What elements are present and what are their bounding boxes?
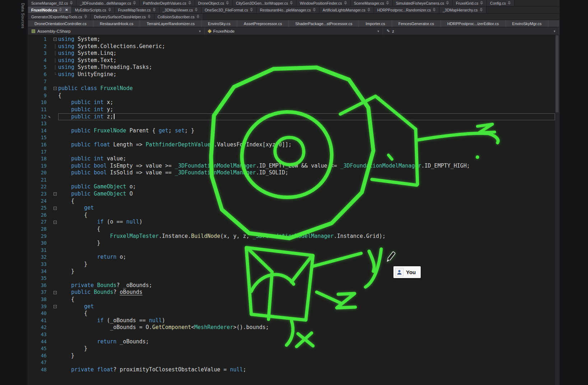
code-line[interactable]: 40 {: [28, 310, 555, 317]
editor-tab[interactable]: OneSec3D_FileFormat.cs: [201, 6, 257, 13]
editor-tab[interactable]: FencesGenerator.cs: [392, 20, 441, 27]
editor-tab[interactable]: SceneManager_02.cs: [28, 0, 76, 6]
vertical-scrollbar[interactable]: [555, 35, 559, 385]
pin-icon[interactable]: [446, 1, 449, 5]
editor-tab[interactable]: AssetPreprocessor.cs: [237, 20, 289, 27]
pin-icon[interactable]: [250, 8, 253, 12]
code-line[interactable]: 19 public bool IsEmpty => value >= _3DFo…: [28, 163, 555, 170]
editor-tab[interactable]: HDRPPostproc...izerEditor.cs: [441, 20, 506, 27]
editor-tab[interactable]: DroneObject.cs: [195, 0, 233, 6]
code-editor[interactable]: 1-using System;2│using System.Collection…: [28, 35, 559, 385]
editor-tab[interactable]: EnviroSky.cs: [201, 20, 237, 27]
code-line[interactable]: 35: [28, 275, 555, 282]
editor-tab[interactable]: PathfinderDepthValues.cs: [140, 0, 195, 6]
editor-tab[interactable]: SceneManager.cs: [351, 0, 393, 6]
pin-icon[interactable]: [133, 1, 136, 5]
data-sources-tab[interactable]: Data Sources: [21, 3, 25, 28]
code-line[interactable]: 12✎ public int z;: [28, 113, 555, 121]
editor-tab[interactable]: TerrainLayerRandomizer.cs: [140, 20, 201, 27]
code-line[interactable]: 47: [28, 359, 555, 366]
pin-icon[interactable]: [386, 1, 389, 5]
pin-icon[interactable]: [344, 1, 347, 5]
member-dropdown[interactable]: ✎ z ▾: [383, 27, 559, 35]
editor-tab[interactable]: MyEditorScripts.cs: [72, 6, 115, 13]
pin-icon[interactable]: [480, 1, 483, 5]
code-line[interactable]: 14 public FruxelNode Parent { get; set; …: [28, 127, 555, 135]
code-line[interactable]: 4│using System.Text;: [28, 57, 555, 64]
pin-icon[interactable]: [59, 8, 62, 12]
code-line[interactable]: 2│using System.Collections.Generic;: [28, 43, 555, 50]
code-line[interactable]: 16 public float Length => PathfinderDept…: [28, 141, 555, 149]
code-line[interactable]: 41 if (_oBounds == null): [28, 317, 555, 324]
code-line[interactable]: 10 public int x;: [28, 99, 555, 106]
code-line[interactable]: 5│using System.Threading.Tasks;: [28, 64, 555, 71]
code-line[interactable]: 22 public GameObject o;: [28, 183, 555, 191]
code-line[interactable]: 11 public int y;: [28, 106, 555, 113]
code-line[interactable]: 46 }: [28, 352, 555, 360]
pin-icon[interactable]: [226, 1, 229, 5]
fold-collapse-icon[interactable]: -: [52, 219, 58, 226]
code-line[interactable]: 45 }: [28, 345, 555, 352]
editor-tab[interactable]: _3DMapHierarchy.cs: [439, 6, 486, 13]
fold-collapse-icon[interactable]: -: [52, 36, 58, 43]
fold-collapse-icon[interactable]: -: [52, 205, 58, 212]
pin-icon[interactable]: [196, 15, 200, 19]
pin-icon[interactable]: [84, 15, 87, 19]
pin-icon[interactable]: [70, 1, 73, 5]
pin-icon[interactable]: [367, 8, 370, 12]
code-line[interactable]: 32 return o;: [28, 254, 555, 261]
code-line[interactable]: 30 }: [28, 240, 555, 247]
code-line[interactable]: 23- public GameObject O: [28, 191, 555, 198]
pin-icon[interactable]: [148, 15, 151, 19]
editor-tab[interactable]: DroneOrientationController.cs: [28, 20, 93, 27]
code-line[interactable]: 44 return _oBounds;: [28, 338, 555, 346]
code-line[interactable]: 9{: [28, 92, 555, 99]
code-line[interactable]: 27- if (o == null): [28, 219, 555, 226]
pin-icon[interactable]: [195, 8, 198, 12]
pin-icon[interactable]: [108, 8, 111, 12]
code-line[interactable]: 1-using System;: [28, 36, 555, 43]
pin-icon[interactable]: [313, 8, 316, 12]
pin-icon[interactable]: [508, 1, 511, 5]
code-line[interactable]: 34 }: [28, 268, 555, 275]
code-line[interactable]: 17: [28, 149, 555, 156]
code-line[interactable]: 31: [28, 247, 555, 254]
code-line[interactable]: 18 public int value;: [28, 155, 555, 163]
code-line[interactable]: 33 }: [28, 261, 555, 268]
editor-tab[interactable]: SimulatedFisheyeCamera.cs: [393, 0, 453, 6]
code-line[interactable]: 21: [28, 177, 555, 184]
code-line[interactable]: 29 FruxelMapTester.Instance.BuildNode(x,…: [28, 233, 555, 240]
fold-collapse-icon[interactable]: -: [52, 303, 58, 310]
code-line[interactable]: 48 private float? proximityToClosestObst…: [28, 366, 555, 374]
pin-icon[interactable]: [480, 8, 483, 12]
editor-tab[interactable]: WindowPositionFinder.cs: [297, 0, 350, 6]
editor-tab[interactable]: FruxelMapTester.cs: [115, 6, 159, 13]
fold-collapse-icon[interactable]: -: [52, 85, 58, 92]
code-line[interactable]: 8-public class FruxelNode: [28, 85, 555, 92]
code-line[interactable]: 13: [28, 120, 555, 127]
code-line[interactable]: 25- get: [28, 205, 555, 212]
editor-tab[interactable]: DeliverySurfaceClassHelper.cs: [91, 14, 154, 20]
fold-collapse-icon[interactable]: -: [52, 191, 58, 198]
code-line[interactable]: 36 private Bounds? _oBounds;: [28, 282, 555, 289]
pin-icon[interactable]: [153, 8, 156, 12]
fold-collapse-icon[interactable]: -: [52, 289, 58, 296]
editor-tab[interactable]: ArtificialLightsManager.cs: [319, 6, 374, 13]
editor-tab[interactable]: FruxelNode.cs✕: [28, 6, 72, 13]
editor-tab[interactable]: Importer.cs: [359, 20, 392, 27]
close-icon[interactable]: ✕: [65, 8, 68, 12]
code-line[interactable]: 24 {: [28, 198, 555, 205]
editor-tab[interactable]: FruxelGrid.cs: [453, 0, 487, 6]
scrollbar-thumb[interactable]: [556, 35, 559, 112]
code-line[interactable]: 6└using UnityEngine;: [28, 71, 555, 78]
editor-tab[interactable]: CityGen3DGen...torWrapper.cs: [233, 0, 297, 6]
code-line[interactable]: 42 _oBounds = O.GetComponent<MeshRendere…: [28, 324, 555, 331]
editor-tab[interactable]: _3DFoundatio...delManager.cs: [76, 0, 140, 6]
code-line[interactable]: 20 public bool IsSolid => value == _3DFo…: [28, 169, 555, 177]
code-line[interactable]: 28 {: [28, 226, 555, 233]
editor-tab[interactable]: _3DMapViewer.cs: [159, 6, 201, 13]
editor-tab[interactable]: ShaderPackage...stProcessor.cs: [289, 20, 359, 27]
code-line[interactable]: 38 {: [28, 296, 555, 303]
editor-tab[interactable]: HDRPPostproc...Randomizer.cs: [374, 6, 439, 13]
editor-tab[interactable]: Generator2ExportMapTools.cs: [28, 14, 91, 20]
